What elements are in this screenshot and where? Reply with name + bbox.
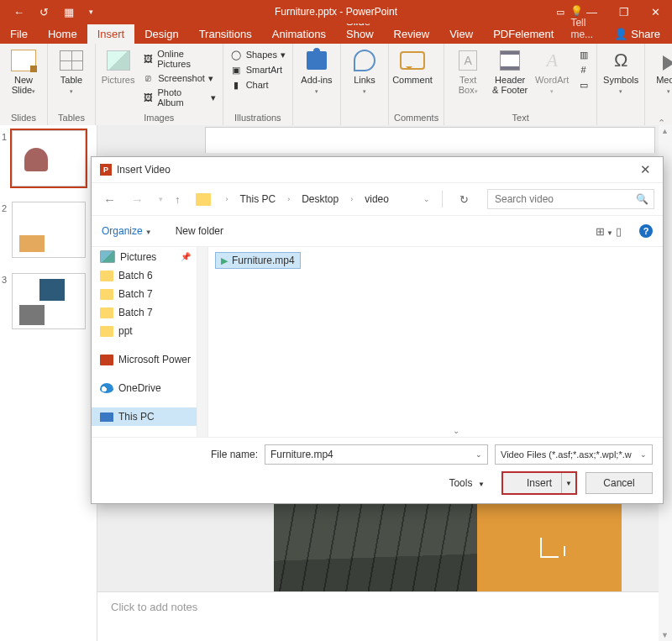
tab-design[interactable]: Design [134, 24, 188, 44]
window-restore-icon[interactable]: ❐ [619, 6, 629, 18]
view-mode-icon[interactable]: ⊞▼ [596, 225, 609, 237]
tab-insert[interactable]: Insert [87, 24, 135, 44]
tab-animations[interactable]: Animations [262, 24, 336, 44]
textbox-button[interactable]: A Text Box▾ [449, 46, 486, 97]
insert-button[interactable]: Insert ▼ [501, 471, 577, 495]
tree-network[interactable]: Network [92, 436, 207, 437]
tab-view[interactable]: View [439, 24, 483, 44]
tools-button[interactable]: Tools ▼ [449, 477, 485, 489]
text-extra-2[interactable]: # [575, 63, 591, 76]
online-pictures-icon: 🖼 [142, 53, 154, 65]
tab-home[interactable]: Home [38, 24, 87, 44]
tree-batch7b[interactable]: Batch 7 [92, 303, 207, 322]
help-icon[interactable]: ? [639, 224, 653, 238]
screenshot-button[interactable]: ⎚Screenshot ▾ [140, 71, 217, 85]
menu-bar: File Home Insert Design Transitions Anim… [0, 24, 672, 44]
file-furniture-mp4[interactable]: ▶ Furniture.mp4 [215, 252, 301, 269]
slide-thumb-2[interactable]: 2 [0, 197, 97, 268]
new-slide-button[interactable]: New Slide▾ [5, 46, 42, 97]
pictures-icon [107, 50, 130, 71]
text-extra-1[interactable]: ▥ [575, 48, 591, 61]
crumb-video[interactable]: video [365, 193, 389, 205]
tree-onedrive[interactable]: OneDrive [92, 379, 207, 397]
qat-touchmode-icon[interactable]: ▦ [64, 6, 74, 18]
notes-pane[interactable]: Click to add notes [97, 591, 659, 641]
group-text: A Text Box▾ Header & Footer A WordArt▾ ▥… [444, 44, 597, 125]
tree-pictures[interactable]: Pictures📌 [92, 247, 207, 266]
share-button[interactable]: 👤Share [602, 24, 672, 44]
shapes-button[interactable]: ◯Shapes ▾ [228, 48, 287, 61]
tree-batch6[interactable]: Batch 6 [92, 266, 207, 285]
crumb-thispc[interactable]: This PC [240, 193, 276, 205]
filetype-filter[interactable]: Video Files (*.asf;*.asx;*.wpl;*.w ⌄ [495, 444, 653, 465]
thumb-preview [12, 273, 86, 329]
media-button[interactable]: Media▾ [650, 46, 672, 97]
smartart-button[interactable]: ▣SmartArt [228, 63, 287, 76]
crumb-dropdown-icon[interactable]: ⌄ [423, 195, 430, 203]
refresh-icon[interactable]: ↻ [459, 193, 469, 206]
qat-undo-icon[interactable]: ↺ [39, 6, 49, 18]
tab-file[interactable]: File [0, 24, 38, 44]
preview-pane-icon[interactable]: ▯ [616, 225, 629, 237]
comment-icon [400, 51, 425, 70]
tab-review[interactable]: Review [384, 24, 440, 44]
pictures-button[interactable]: Pictures [101, 46, 135, 85]
tree-mspower[interactable]: Microsoft Power [92, 350, 207, 369]
omega-icon: Ω [614, 50, 627, 71]
crumb-desktop[interactable]: Desktop [302, 193, 339, 205]
filter-value: Video Files (*.asf;*.asx;*.wpl;*.w [501, 449, 632, 460]
window-close-icon[interactable]: ✕ [651, 6, 660, 18]
screenshot-icon: ⎚ [142, 72, 155, 84]
insert-split-icon[interactable]: ▼ [561, 473, 575, 493]
nav-back-icon[interactable]: ← [100, 192, 119, 207]
thumb-number: 3 [2, 273, 12, 329]
search-input[interactable] [493, 192, 636, 206]
table-button[interactable]: Table▾ [53, 46, 90, 97]
group-label: Tables [53, 113, 90, 124]
online-pictures-button[interactable]: 🖼Online Pictures [140, 48, 217, 70]
links-button[interactable]: Links▾ [346, 46, 383, 97]
new-folder-button[interactable]: New folder [176, 225, 223, 237]
textbox-icon: A [459, 50, 477, 71]
search-box[interactable]: 🔍 [487, 189, 654, 209]
dialog-body: Pictures📌 Batch 6 Batch 7 Batch 7 ppt Mi… [92, 247, 663, 437]
tree-thispc[interactable]: This PC [92, 407, 207, 426]
tell-me[interactable]: 💡 Tell me... [564, 2, 602, 44]
search-icon[interactable]: 🔍 [636, 193, 648, 205]
thumb-preview [12, 202, 86, 258]
symbols-button[interactable]: Ω Symbols▾ [602, 46, 639, 97]
group-label: Illustrations [228, 113, 287, 124]
dialog-close-icon[interactable]: ✕ [637, 162, 654, 177]
chart-button[interactable]: ▮Chart [228, 78, 287, 92]
thumb-number: 1 [2, 130, 12, 187]
group-illustrations: ◯Shapes ▾ ▣SmartArt ▮Chart Illustrations [223, 44, 293, 125]
slide-content [274, 503, 622, 592]
dialog-titlebar: P Insert Video ✕ [92, 157, 663, 183]
header-footer-button[interactable]: Header & Footer [491, 46, 528, 95]
file-list[interactable]: ▶ Furniture.mp4 ⌄ [208, 247, 663, 437]
slide-thumb-1[interactable]: 1 [0, 125, 97, 197]
cancel-button[interactable]: Cancel [585, 472, 653, 494]
text-extra-3[interactable]: ▭ [575, 78, 591, 92]
group-label: Text [449, 113, 591, 124]
tab-pdfelement[interactable]: PDFelement [483, 24, 564, 44]
addins-button[interactable]: Add-ins▾ [298, 46, 335, 97]
nav-recent-icon[interactable]: ▾ [155, 195, 166, 203]
nav-up-icon[interactable]: ↑ [175, 193, 181, 206]
photo-album-button[interactable]: 🖼Photo Album ▾ [140, 87, 217, 108]
chevron-down-icon[interactable]: ⌄ [640, 450, 647, 459]
dialog-title: Insert Video [117, 164, 171, 176]
chevron-down-icon[interactable]: ⌄ [475, 450, 482, 459]
tree-ppt[interactable]: ppt [92, 322, 207, 340]
tree-scroll-down-icon[interactable]: ⌄ [453, 426, 459, 435]
tab-transitions[interactable]: Transitions [189, 24, 262, 44]
wordart-button[interactable]: A WordArt▾ [533, 46, 570, 97]
group-label: Comments [394, 113, 438, 124]
organize-button[interactable]: Organize▼ [102, 225, 152, 237]
qat-back-icon[interactable]: ← [13, 6, 24, 18]
comment-button[interactable]: Comment [394, 46, 431, 85]
slide-thumb-3[interactable]: 3 [0, 268, 97, 339]
tree-batch7a[interactable]: Batch 7 [92, 285, 207, 303]
filename-combo[interactable]: Furniture.mp4 ⌄ [265, 444, 488, 465]
qat-dropdown-icon[interactable]: ▾ [89, 8, 93, 16]
